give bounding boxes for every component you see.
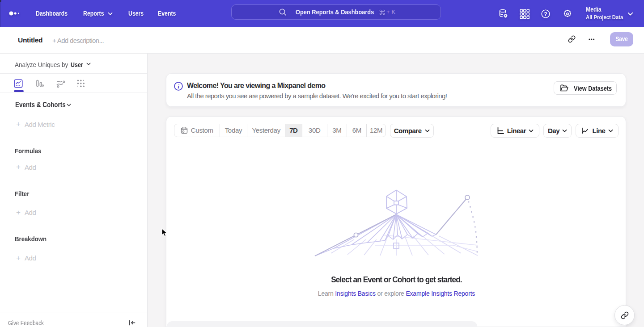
svg-text:?: ? [544,11,547,17]
svg-text:i: i [178,83,179,89]
